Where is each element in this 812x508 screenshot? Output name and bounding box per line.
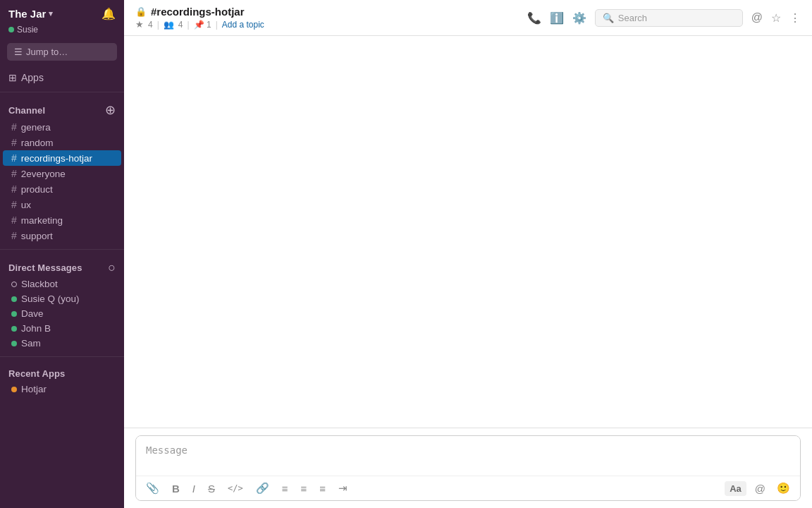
info-icon[interactable]: ℹ️ (550, 11, 564, 25)
dm-item-dave[interactable]: Dave (3, 306, 121, 321)
recent-app-hotjar[interactable]: Hotjar (3, 382, 121, 397)
channel-name: recordings-hotjar (21, 153, 92, 164)
topbar: 🔒 #recordings-hotjar ★ 4 | 👥 4 | 📌 1 | A… (124, 0, 812, 36)
apps-grid-icon: ⊞ (8, 72, 17, 83)
channels-section: Channel ⊕ # genera # random # recordings… (0, 97, 124, 245)
pin-count: 📌 1 (194, 20, 211, 30)
hash-icon: # (11, 137, 17, 148)
bookmark-icon[interactable]: ☆ (771, 11, 781, 25)
phone-icon[interactable]: 📞 (527, 11, 541, 25)
ordered-list-button[interactable]: ≡ (279, 481, 291, 496)
dm-item-slackbot[interactable]: Slackbot (3, 277, 121, 291)
dm-item-sam[interactable]: Sam (3, 336, 121, 351)
channels-header-label: Channel (8, 105, 45, 116)
channel-item-product[interactable]: # product (3, 181, 121, 197)
compose-box: 📎 B I S </> 🔗 ≡ ≡ ≡ ⇥ Aa @ 🙂 (135, 435, 801, 501)
hash-icon: # (11, 199, 17, 210)
hash-icon: # (11, 230, 17, 241)
hotjar-app-dot (11, 387, 17, 392)
settings-icon[interactable]: ⚙️ (572, 11, 586, 25)
message-input[interactable] (136, 436, 800, 473)
channel-item-recordings-hotjar[interactable]: # recordings-hotjar (3, 150, 121, 166)
recent-apps-section: Recent Apps Hotjar (0, 361, 124, 398)
channel-item-2everyone[interactable]: # 2everyone (3, 166, 121, 181)
compose-toolbar-left: 📎 B I S </> 🔗 ≡ ≡ ≡ ⇥ (143, 480, 350, 496)
more-format-button[interactable]: ⇥ (336, 480, 350, 496)
divider-recent-apps (0, 356, 124, 357)
jump-to-icon: ☰ (14, 47, 23, 57)
channel-name: genera (21, 122, 51, 133)
dm-name: Susie Q (you) (21, 294, 80, 304)
channel-name: random (21, 138, 54, 148)
message-area (124, 36, 812, 428)
channel-name: marketing (21, 215, 63, 226)
add-channel-button[interactable]: ⊕ (105, 104, 116, 116)
notifications-icon[interactable]: 🔔 (102, 7, 116, 20)
apps-row[interactable]: ⊞ Apps (0, 68, 124, 87)
channel-title: #recordings-hotjar (151, 6, 245, 18)
star-icon[interactable]: ★ (135, 19, 144, 30)
hash-icon: # (11, 168, 17, 179)
dm-item-susie[interactable]: Susie Q (you) (3, 291, 121, 306)
channel-item-random[interactable]: # random (3, 135, 121, 150)
hash-icon: # (11, 214, 17, 226)
link-button[interactable]: 🔗 (253, 480, 272, 496)
dm-name: Sam (21, 338, 41, 349)
compose-area: 📎 B I S </> 🔗 ≡ ≡ ≡ ⇥ Aa @ 🙂 (124, 428, 812, 508)
divider-channels (0, 92, 124, 92)
hash-icon: # (11, 121, 17, 133)
sidebar: The Jar ▾ 🔔 Susie ☰ Jump to… ⊞ Apps Chan… (0, 0, 124, 508)
italic-button[interactable]: I (190, 481, 198, 496)
mention-button[interactable]: @ (752, 481, 768, 496)
strikethrough-button[interactable]: S (205, 481, 218, 496)
dm-section: Direct Messages ○ Slackbot Susie Q (you)… (0, 254, 124, 352)
recent-apps-header: Recent Apps (0, 365, 124, 382)
channel-meta: ★ 4 | 👥 4 | 📌 1 | Add a topic (135, 19, 264, 30)
unordered-list-button[interactable]: ≡ (297, 481, 309, 496)
hash-icon: # (11, 183, 17, 195)
channel-item-ux[interactable]: # ux (3, 197, 121, 212)
channel-name: ux (21, 200, 31, 210)
search-bar[interactable]: 🔍 (595, 9, 743, 27)
apps-label: Apps (21, 72, 44, 83)
compose-toolbar: 📎 B I S </> 🔗 ≡ ≡ ≡ ⇥ Aa @ 🙂 (136, 476, 800, 500)
aa-button[interactable]: Aa (725, 481, 746, 496)
main-content: 🔒 #recordings-hotjar ★ 4 | 👥 4 | 📌 1 | A… (124, 0, 812, 508)
channel-item-support[interactable]: # support (3, 228, 121, 243)
compose-toolbar-right: Aa @ 🙂 (725, 480, 793, 496)
add-dm-button[interactable]: ○ (108, 261, 116, 274)
username: Susie (17, 25, 38, 35)
more-icon[interactable]: ⋮ (789, 11, 801, 25)
dm-item-john[interactable]: John B (3, 321, 121, 336)
channel-item-genera[interactable]: # genera (3, 119, 121, 135)
hash-icon: # (11, 152, 17, 164)
add-topic-link[interactable]: Add a topic (222, 20, 264, 30)
slackbot-status-dot (11, 282, 17, 287)
dm-name: Dave (21, 308, 44, 319)
channel-name: product (21, 184, 53, 195)
workspace-title: The Jar (8, 8, 46, 20)
bold-button[interactable]: B (169, 481, 183, 496)
dm-name: Slackbot (21, 279, 58, 289)
workspace-chevron: ▾ (49, 9, 53, 18)
at-icon[interactable]: @ (751, 11, 763, 24)
dm-header-label: Direct Messages (8, 262, 82, 273)
emoji-button[interactable]: 🙂 (774, 480, 793, 496)
code-button[interactable]: </> (225, 482, 246, 495)
channel-name: support (21, 231, 53, 241)
john-status-dot (11, 326, 17, 332)
lock-icon: 🔒 (135, 6, 147, 17)
divider-dm (0, 249, 124, 250)
dave-status-dot (11, 311, 17, 317)
people-icon: 👥 (164, 20, 174, 30)
channel-name-row: 🔒 #recordings-hotjar (135, 6, 264, 18)
user-status-row: Susie (0, 23, 124, 40)
channel-item-marketing[interactable]: # marketing (3, 212, 121, 228)
jump-to-label: Jump to… (26, 47, 68, 57)
workspace-name[interactable]: The Jar ▾ (8, 8, 53, 20)
member-count: 4 (178, 20, 183, 30)
indent-button[interactable]: ≡ (316, 481, 328, 496)
search-input[interactable] (618, 13, 735, 23)
jump-to-button[interactable]: ☰ Jump to… (7, 43, 117, 61)
attach-button[interactable]: 📎 (143, 480, 162, 496)
